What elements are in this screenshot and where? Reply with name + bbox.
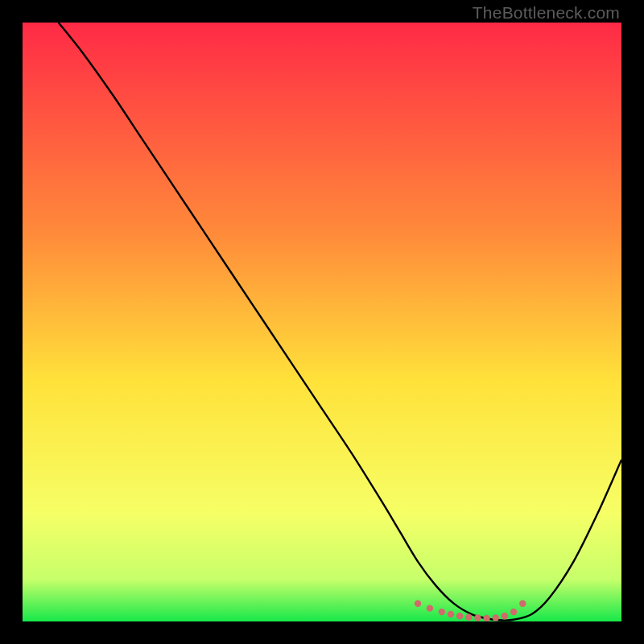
valley-marker [448,611,454,617]
valley-marker [427,605,433,611]
valley-marker [510,609,517,615]
valley-marker [439,609,445,615]
valley-marker [415,600,421,606]
gradient-background [23,23,621,621]
valley-marker [474,614,481,621]
valley-marker [519,600,526,606]
valley-marker [456,613,463,619]
valley-marker [493,614,499,621]
valley-marker [483,615,489,621]
valley-marker [465,614,472,621]
chart-frame [23,23,621,621]
valley-marker [502,613,508,619]
bottleneck-chart [23,23,621,621]
watermark-text: TheBottleneck.com [473,3,620,23]
